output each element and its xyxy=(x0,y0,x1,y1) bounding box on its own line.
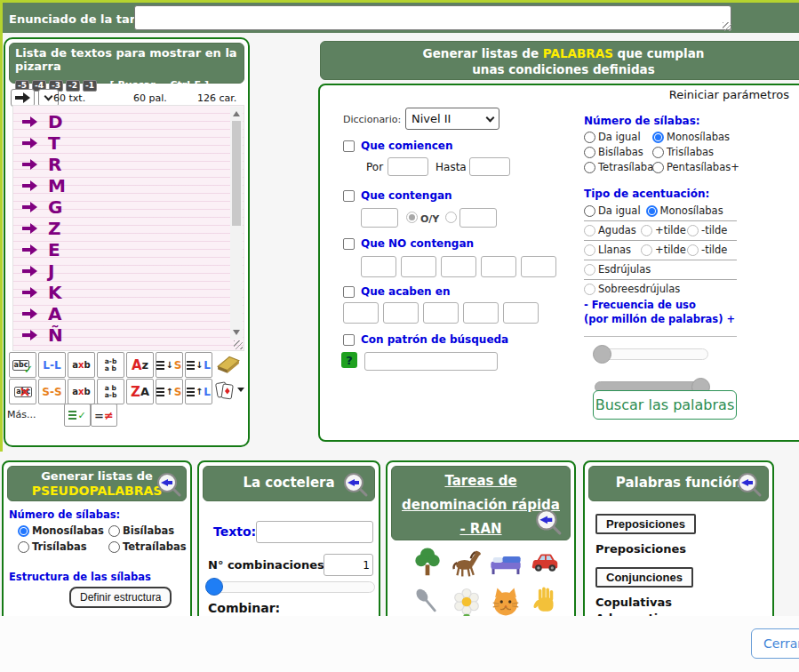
search-words-button[interactable]: Buscar las palabras xyxy=(593,390,737,420)
bed-icon[interactable] xyxy=(489,546,523,580)
checkbox-que-comiencen[interactable] xyxy=(343,140,355,152)
checkbox-que-contengan[interactable] xyxy=(343,190,355,202)
radio-monosilabas[interactable] xyxy=(652,132,664,143)
checkbox-que-no-contengan[interactable] xyxy=(343,238,355,250)
eraser-button[interactable] xyxy=(214,350,242,376)
radio-pseudo-trisilabas[interactable] xyxy=(18,541,29,553)
magnifier-icon[interactable] xyxy=(736,471,763,498)
scroll-down-icon[interactable] xyxy=(233,330,240,335)
contain-input-2[interactable] xyxy=(459,208,497,228)
list-item[interactable]: R xyxy=(22,154,61,175)
syllable-join-button[interactable]: a ba-b xyxy=(97,379,124,404)
conjunctions-button[interactable]: Conjunciones xyxy=(595,567,693,588)
list-item[interactable]: Z xyxy=(22,218,61,239)
sort-by-length-asc-button[interactable]: ↓L xyxy=(185,352,212,378)
copulativas-item[interactable]: Copulativas xyxy=(595,596,672,609)
radio-agudas[interactable] xyxy=(584,225,595,236)
magnifier-icon[interactable] xyxy=(342,471,369,498)
shaker-text-input[interactable] xyxy=(256,521,373,543)
radio-pseudo-tetrasilabas[interactable] xyxy=(108,541,120,553)
ran-header[interactable]: Tareas de denominación rápida - RAN xyxy=(391,466,571,540)
frequency-min-slider[interactable] xyxy=(595,348,708,360)
sort-by-length-desc-button[interactable]: ↑L xyxy=(185,379,212,404)
radio-sobreesdrujulas[interactable] xyxy=(584,284,595,295)
not-contain-input-1[interactable] xyxy=(361,256,396,277)
radio-accent-monosilabas[interactable] xyxy=(646,205,658,217)
remove-word-2-button[interactable]: axb xyxy=(68,379,95,404)
spellcheck-button[interactable]: abc✓ xyxy=(9,352,36,378)
magnifier-icon[interactable] xyxy=(534,508,563,536)
sort-by-syllables-desc-button[interactable]: ↑S xyxy=(156,379,183,404)
end-input-3[interactable] xyxy=(423,302,459,324)
syllable-pairs-button[interactable]: S-S xyxy=(38,379,66,404)
radio-llanas[interactable] xyxy=(584,244,595,256)
remove-word-button[interactable]: axb xyxy=(68,352,95,378)
validate-list-button[interactable]: ✓ xyxy=(64,404,91,427)
list-item[interactable]: K xyxy=(22,282,62,303)
radio-da-igual[interactable] xyxy=(584,132,595,143)
prepositions-item[interactable]: Preposiciones xyxy=(595,542,686,556)
not-contain-input-3[interactable] xyxy=(441,256,476,277)
tree-icon[interactable] xyxy=(411,546,444,580)
radio-y[interactable] xyxy=(445,212,457,223)
syllable-split-button[interactable]: a-ba b xyxy=(97,352,124,378)
checkbox-que-acaben[interactable] xyxy=(343,286,355,298)
radio-pseudo-monosilabas[interactable] xyxy=(18,525,29,537)
equal-not-equal-button[interactable]: =≠ xyxy=(91,404,117,427)
list-scrollbar[interactable] xyxy=(230,107,243,340)
end-input-2[interactable] xyxy=(383,302,419,324)
task-statement-input[interactable] xyxy=(134,5,731,30)
sort-by-syllables-asc-button[interactable]: ↓S xyxy=(156,352,183,378)
combinations-input[interactable] xyxy=(324,554,373,576)
radio-agudas-plus-tilde[interactable] xyxy=(641,225,652,236)
list-item[interactable]: D xyxy=(22,111,63,132)
radio-bisilabas[interactable] xyxy=(584,147,595,158)
cards-shuffle-button[interactable] xyxy=(212,377,246,403)
radio-accent-da-igual[interactable] xyxy=(584,205,595,217)
radio-pseudo-bisilabas[interactable] xyxy=(108,525,120,537)
radio-tetrasilabas[interactable] xyxy=(584,162,595,173)
scroll-up-icon[interactable] xyxy=(233,111,240,116)
pattern-help-icon[interactable]: ? xyxy=(341,352,357,368)
end-input-5[interactable] xyxy=(503,302,539,324)
spoon-icon[interactable] xyxy=(411,585,444,619)
dropdown-caret-icon[interactable] xyxy=(237,388,244,392)
contain-input-1[interactable] xyxy=(361,208,398,228)
end-input-1[interactable] xyxy=(343,302,379,324)
close-button[interactable]: Cerrar xyxy=(751,628,799,659)
uppercase-letters-button[interactable]: L-L xyxy=(38,352,66,378)
radio-esdrujulas[interactable] xyxy=(584,264,595,276)
radio-o[interactable] xyxy=(406,212,418,223)
radio-pentasilabas[interactable] xyxy=(652,162,664,173)
history-button--2[interactable]: -2 xyxy=(66,80,80,92)
sort-az-button[interactable]: Az xyxy=(126,352,154,378)
horse-icon[interactable] xyxy=(450,546,483,580)
prepositions-button[interactable]: Preposiciones xyxy=(595,514,696,534)
radio-trisilabas[interactable] xyxy=(652,147,664,158)
flower-icon[interactable] xyxy=(450,585,483,619)
define-structure-button[interactable]: Definir estructura xyxy=(69,587,172,608)
not-contain-input-2[interactable] xyxy=(401,256,436,277)
radio-llanas-plus-tilde[interactable] xyxy=(641,244,652,256)
checkbox-patron[interactable] xyxy=(343,334,355,346)
not-contain-input-4[interactable] xyxy=(481,256,516,277)
hand-icon[interactable] xyxy=(528,585,562,619)
list-item[interactable]: G xyxy=(22,196,62,218)
not-contain-input-5[interactable] xyxy=(521,256,556,277)
list-item[interactable]: T xyxy=(22,132,60,154)
send-to-board-button[interactable] xyxy=(11,89,35,107)
end-input-4[interactable] xyxy=(463,302,499,324)
slider-thumb[interactable] xyxy=(593,345,611,364)
car-icon[interactable] xyxy=(528,546,562,580)
history-button--1[interactable]: -1 xyxy=(83,80,97,92)
textarea-resize-grip[interactable] xyxy=(723,22,731,31)
magnifier-icon[interactable] xyxy=(156,471,182,498)
cat-icon[interactable] xyxy=(489,585,523,619)
radio-llanas-minus-tilde[interactable] xyxy=(687,244,699,256)
list-item[interactable]: A xyxy=(22,303,61,324)
slider-thumb[interactable] xyxy=(205,578,223,596)
reset-parameters-link[interactable]: Reiniciar parámetros xyxy=(669,88,789,101)
list-resize-grip[interactable] xyxy=(234,340,243,349)
list-item[interactable]: J xyxy=(22,260,54,282)
sort-za-button[interactable]: ZA xyxy=(126,379,154,404)
